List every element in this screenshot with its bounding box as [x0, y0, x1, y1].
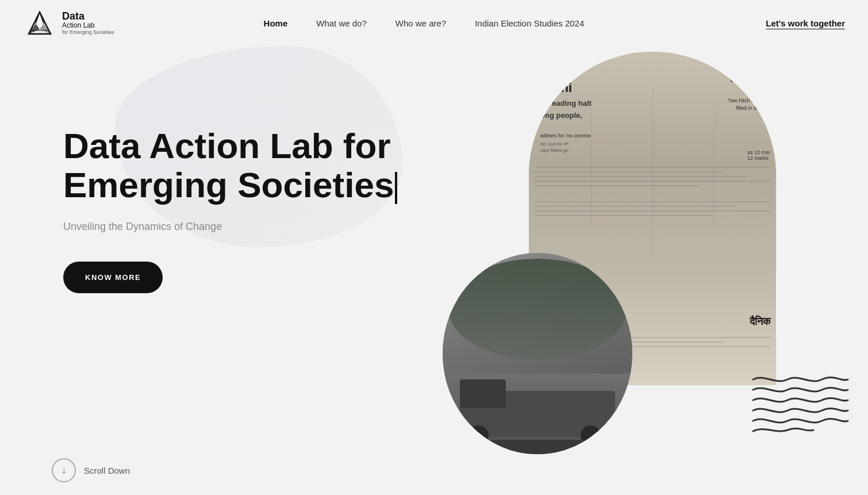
know-more-button[interactable]: KNOW MORE [63, 262, 163, 293]
scroll-down[interactable]: ↓ Scroll Down [52, 458, 130, 482]
navbar: Data Action Lab for Emerging Societies H… [0, 0, 868, 46]
nav-home[interactable]: Home [264, 18, 288, 28]
hero-section: Data Action Lab for Emerging Societies U… [0, 0, 868, 495]
nav-what-we-do[interactable]: What we do? [316, 18, 367, 28]
hero-content: Data Action Lab for Emerging Societies U… [63, 126, 397, 293]
nav-links: Home What we do? Who we are? Indian Elec… [264, 18, 585, 28]
scroll-circle-button[interactable]: ↓ [52, 458, 76, 482]
wave-svg [747, 368, 851, 437]
hero-title: Data Action Lab for Emerging Societies [63, 126, 397, 205]
truck-bg [443, 253, 632, 454]
nav-election-studies[interactable]: Indian Election Studies 2024 [475, 18, 584, 28]
scroll-down-label: Scroll Down [84, 466, 130, 475]
text-cursor [395, 172, 397, 204]
logo-tagline: for Emerging Societies [62, 30, 114, 36]
arrow-down-icon: ↓ [62, 465, 66, 475]
truck-image [443, 253, 632, 454]
logo-text: Data Action Lab for Emerging Societies [62, 11, 114, 36]
logo-link[interactable]: Data Action Lab for Emerging Societies [23, 6, 114, 40]
hero-images: बर् hroni spreading halt ong people, Ind… [443, 46, 868, 483]
hero-subtitle: Unveiling the Dynamics of Change [63, 221, 397, 233]
nav-who-we-are[interactable]: Who we are? [395, 18, 446, 28]
wave-decoration [747, 368, 851, 437]
logo-data: Data [62, 11, 114, 22]
logo-icon [23, 6, 56, 40]
logo-action-lab: Action Lab [62, 22, 114, 29]
lets-work-together-link[interactable]: Let's work together [766, 18, 845, 28]
